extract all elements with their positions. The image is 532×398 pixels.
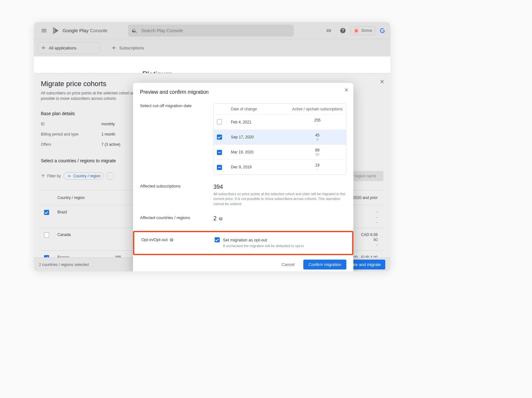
shrine-app-icon bbox=[353, 28, 359, 33]
help-icon[interactable] bbox=[169, 238, 174, 242]
menu-icon[interactable] bbox=[38, 24, 50, 37]
label-affected-subs: Affected subscriptions bbox=[140, 184, 207, 188]
preview-confirm-modal: Preview and confirm migration Select cut… bbox=[133, 83, 353, 271]
appbar-actions: Shrine bbox=[322, 24, 387, 37]
value-affected-subs: 394 bbox=[213, 184, 346, 190]
date-subcount: - bbox=[317, 122, 318, 126]
search-bar[interactable] bbox=[128, 25, 294, 37]
opt-out-label: Set migration as opt-out bbox=[223, 238, 267, 242]
opt-in-out-highlight: Opt-in/Opt-out Set migration as opt-out … bbox=[133, 231, 353, 255]
date-value: Feb 4, 2021 bbox=[231, 120, 292, 124]
date-table: Date of change Active / upchain subscrip… bbox=[213, 103, 346, 175]
arrow-back-icon bbox=[41, 45, 46, 50]
all-applications-label: All applications bbox=[49, 46, 77, 50]
filter-chip-add[interactable] bbox=[107, 172, 114, 180]
kv-billing-label: Billing period and type bbox=[41, 132, 85, 136]
date-count: 255 bbox=[314, 118, 321, 122]
close-modal-icon[interactable] bbox=[344, 87, 349, 93]
date-checkbox[interactable] bbox=[217, 165, 222, 170]
desc-affected-subs: All subscribers on price points at the s… bbox=[213, 192, 346, 206]
link-icon[interactable] bbox=[322, 24, 335, 37]
date-value: Sep 17, 2020 bbox=[231, 135, 292, 139]
date-subcount: 32 bbox=[315, 152, 319, 156]
date-checkbox[interactable] bbox=[217, 150, 222, 155]
kv-id-value: monthly bbox=[101, 122, 115, 126]
country-name: Canada bbox=[57, 232, 115, 237]
arrow-back-icon bbox=[112, 45, 117, 50]
filter-by-label: Filter by bbox=[41, 174, 61, 178]
date-checkbox[interactable] bbox=[217, 119, 222, 124]
help-icon[interactable] bbox=[218, 217, 223, 221]
brand-text-a: Google Play bbox=[63, 28, 89, 33]
date-value: Mar 19, 2020 bbox=[231, 150, 292, 154]
country-name: Brazil bbox=[57, 210, 115, 214]
date-checkbox[interactable] bbox=[217, 135, 222, 140]
row-checkbox[interactable] bbox=[44, 232, 49, 238]
label-opt: Opt-in/Opt-out bbox=[141, 237, 208, 242]
help-icon[interactable] bbox=[336, 24, 349, 37]
brand-text-b: Console bbox=[90, 28, 107, 33]
date-row[interactable]: Feb 4, 2021 255- bbox=[214, 115, 346, 130]
app-window: Google Play Console Shrine bbox=[34, 22, 390, 271]
kv-offers-label: Offers bbox=[41, 142, 85, 147]
col-active-subs: Active / upchain subscriptions bbox=[292, 107, 343, 111]
date-subcount: 9 bbox=[316, 137, 318, 141]
date-count: 89 bbox=[315, 148, 319, 152]
search-input[interactable] bbox=[141, 28, 290, 33]
all-applications-button[interactable]: All applications bbox=[38, 42, 100, 54]
close-page-icon[interactable] bbox=[378, 77, 387, 86]
breadcrumb-label: Subscriptions bbox=[119, 46, 144, 50]
filter-chip-region[interactable]: Country / region bbox=[63, 172, 104, 180]
date-row[interactable]: Dec 9, 2019 19- bbox=[214, 160, 346, 174]
sub-bar: All applications Subscriptions bbox=[34, 39, 390, 56]
app-bar: Google Play Console Shrine bbox=[34, 22, 390, 39]
brand: Google Play Console bbox=[52, 26, 107, 35]
date-value: Dec 9, 2019 bbox=[231, 165, 292, 169]
modal-actions: Cancel Confirm migration bbox=[140, 260, 346, 269]
col-date: Date of change bbox=[231, 107, 292, 111]
shrine-label: Shrine bbox=[361, 28, 372, 33]
modal-title: Preview and confirm migration bbox=[140, 89, 346, 95]
modal-cancel-button[interactable]: Cancel bbox=[278, 260, 298, 269]
search-icon bbox=[132, 28, 137, 33]
kv-id-label: ID bbox=[41, 122, 85, 126]
selection-count: 2 countries / regions selected bbox=[39, 262, 89, 267]
date-row[interactable]: Sep 17, 2020 459 bbox=[214, 130, 346, 145]
plus-icon bbox=[67, 174, 71, 178]
row-checkbox[interactable] bbox=[44, 210, 49, 215]
app-selector[interactable]: Shrine bbox=[351, 26, 375, 35]
kv-offers-value: 7 (3 active) bbox=[101, 142, 120, 147]
breadcrumb[interactable]: Subscriptions bbox=[112, 45, 144, 50]
play-logo-icon bbox=[52, 26, 60, 35]
plus-icon bbox=[110, 174, 111, 178]
date-row[interactable]: Mar 19, 2020 8932 bbox=[214, 145, 346, 160]
opt-out-desc: If unchecked the migration will be defau… bbox=[223, 244, 345, 248]
date-subcount: - bbox=[317, 167, 318, 171]
date-count: 45 bbox=[315, 133, 319, 137]
account-avatar[interactable] bbox=[378, 26, 387, 35]
kv-billing-value: 1 month bbox=[101, 132, 115, 136]
confirm-migration-button[interactable]: Confirm migration bbox=[303, 260, 346, 269]
filter-icon bbox=[41, 174, 45, 178]
label-affected-regions: Affected countries / regions bbox=[140, 215, 207, 220]
opt-out-checkbox[interactable] bbox=[215, 237, 220, 242]
value-affected-regions: 2 bbox=[213, 215, 217, 222]
label-select-date: Select cut-off migration date bbox=[140, 103, 207, 108]
date-count: 19 bbox=[315, 163, 319, 167]
col-country: Country / region bbox=[57, 195, 115, 200]
